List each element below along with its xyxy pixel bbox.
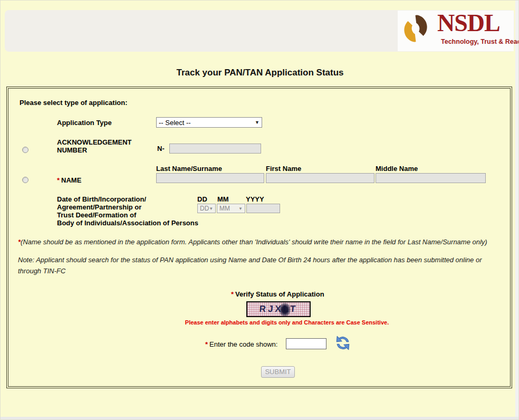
name-radio[interactable] xyxy=(22,177,28,183)
middle-name-input[interactable] xyxy=(376,173,486,183)
section-label: Please select type of application: xyxy=(20,99,127,107)
page-edge-bottom xyxy=(1,417,518,419)
acknowledgement-number-input[interactable] xyxy=(169,144,261,154)
first-name-input[interactable] xyxy=(266,173,374,183)
dd-select[interactable]: DD ▼ xyxy=(197,204,216,213)
captcha-distortion xyxy=(279,303,291,317)
search-note: Note: Applicant should search for the st… xyxy=(18,254,511,276)
application-status-form: Please select type of application: Appli… xyxy=(6,87,512,388)
captcha-image: RJXLT xyxy=(246,301,311,317)
refresh-captcha-button[interactable] xyxy=(334,335,351,351)
page-title: Track your PAN/TAN Application Status xyxy=(1,68,519,78)
captcha-code-text: RJXLT xyxy=(247,302,310,316)
required-asterisk: * xyxy=(231,290,234,298)
dob-label: Date of Birth/Incorporation/ Agreement/P… xyxy=(57,195,198,227)
dd-header: DD xyxy=(197,195,207,203)
brand-name: NSDL xyxy=(437,9,516,37)
name-note: *(Name should be as mentioned in the app… xyxy=(18,238,503,246)
yyyy-header: YYYY xyxy=(246,195,264,203)
acknowledgement-label: ACKNOWLEDGEMENT NUMBER xyxy=(57,138,132,154)
brand-tagline: Technology, Trust & Reach xyxy=(441,38,519,45)
last-name-input[interactable] xyxy=(156,173,264,183)
chevron-down-icon: ▼ xyxy=(255,120,260,125)
middle-name-header: Middle Name xyxy=(376,165,418,173)
application-type-select[interactable]: -- Select -- ▼ xyxy=(156,117,262,128)
enter-code-label: *Enter the code shown: xyxy=(205,340,277,348)
first-name-header: First Name xyxy=(266,165,301,173)
application-type-selected-value: -- Select -- xyxy=(159,119,191,127)
chevron-down-icon: ▼ xyxy=(238,206,243,211)
mm-select[interactable]: MM ▼ xyxy=(217,204,245,213)
application-type-label: Application Type xyxy=(57,119,112,127)
refresh-icon xyxy=(334,335,351,351)
track-status-page: NSDL Technology, Trust & Reach Track you… xyxy=(0,0,519,420)
captcha-code-input[interactable] xyxy=(286,338,326,349)
name-label: *NAME xyxy=(57,176,81,184)
required-asterisk: * xyxy=(57,176,60,184)
last-name-header: Last Name/Surname xyxy=(156,165,222,173)
yyyy-input[interactable] xyxy=(246,204,280,213)
chevron-down-icon: ▼ xyxy=(209,206,213,211)
submit-button[interactable]: SUBMIT xyxy=(261,366,295,378)
acknowledgement-prefix: N- xyxy=(157,145,165,152)
verify-status-title: *Verify Status of Application xyxy=(231,290,324,298)
acknowledgement-radio[interactable] xyxy=(22,147,28,153)
nsdl-swirl-icon xyxy=(400,12,431,45)
mm-header: MM xyxy=(217,195,229,203)
required-asterisk: * xyxy=(205,340,208,348)
captcha-hint: Please enter alphabets and digits only a… xyxy=(184,319,390,326)
page-edge-right xyxy=(515,1,518,419)
